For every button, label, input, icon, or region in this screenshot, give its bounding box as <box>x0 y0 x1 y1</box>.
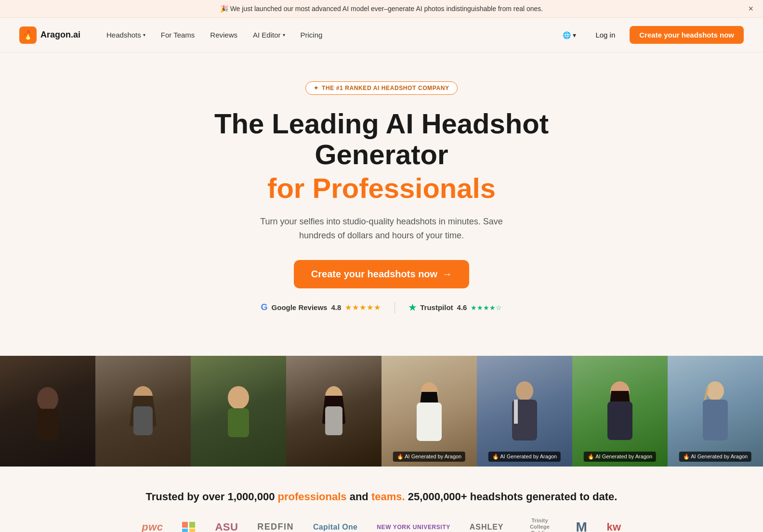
trustpilot-stars: ★★★★☆ <box>471 304 502 311</box>
hero-subtitle: Turn your selfies into studio-quality he… <box>247 215 516 243</box>
announcement-banner: 🎉 We just launched our most advanced AI … <box>0 0 763 18</box>
gallery-item-2 <box>95 356 191 467</box>
gallery-item-6: 🔥 AI Generated by Aragon <box>477 356 572 467</box>
hero-title-line1: The Leading AI Headshot Generator <box>174 108 589 170</box>
badge-text: THE #1 RANKED AI HEADSHOT COMPANY <box>322 85 449 91</box>
person-silhouette-1 <box>28 382 67 440</box>
trusted-and: and <box>347 491 371 503</box>
reviews-row: G Google Reviews 4.8 ★★★★★ ★ Trustpilot … <box>174 302 589 313</box>
trusted-suffix: 25,000,000+ headshots generated to date. <box>405 491 618 503</box>
svg-point-4 <box>228 386 249 409</box>
ai-badge-7: 🔥 AI Generated by Aragon <box>584 452 656 462</box>
person-silhouette-6 <box>505 377 544 445</box>
ai-editor-chevron-icon: ▾ <box>283 32 285 38</box>
svg-point-0 <box>37 387 58 411</box>
person-silhouette-5 <box>410 377 448 445</box>
trustpilot-review: ★ Trustpilot 4.6 ★★★★☆ <box>408 302 502 313</box>
logo-icon: 🔥 <box>19 26 37 44</box>
person-silhouette-7 <box>601 377 639 445</box>
photo-gallery: 🔥 AI Generated by Aragon 🔥 AI Generated … <box>0 356 763 467</box>
nav-headshots[interactable]: Headshots ▾ <box>100 27 152 43</box>
brand-kw: kw <box>606 521 621 532</box>
trusted-prefix: Trusted by over 1,000,000 <box>146 491 278 503</box>
professionals-highlight: Professionals <box>313 172 496 204</box>
google-review: G Google Reviews 4.8 ★★★★★ <box>261 302 382 312</box>
svg-point-15 <box>707 381 724 401</box>
brand-capitalone: Capital One <box>313 523 357 532</box>
nav-right: 🌐 ▾ Log in Create your headshots now <box>558 26 744 44</box>
ai-badge-8: 🔥 AI Generated by Aragon <box>679 452 751 462</box>
brand-trinity: Trinity College Dublin <box>523 518 557 532</box>
gallery-item-7: 🔥 AI Generated by Aragon <box>572 356 668 467</box>
brand-asu: ASU <box>215 521 238 532</box>
navbar: 🔥 Aragon.ai Headshots ▾ For Teams Review… <box>0 18 763 52</box>
svg-rect-3 <box>133 406 153 435</box>
ai-badge-6: 🔥 AI Generated by Aragon <box>488 452 561 462</box>
person-silhouette-2 <box>124 382 162 440</box>
gallery-item-1 <box>0 356 95 467</box>
gallery-item-4 <box>286 356 382 467</box>
nav-reviews[interactable]: Reviews <box>203 27 244 43</box>
hero-cta-button[interactable]: Create your headshots now → <box>294 260 469 288</box>
nav-links: Headshots ▾ For Teams Reviews AI Editor … <box>100 27 558 43</box>
trustpilot-logo-icon: ★ <box>408 302 416 313</box>
ranking-badge: ✦ THE #1 RANKED AI HEADSHOT COMPANY <box>305 81 457 95</box>
svg-rect-1 <box>37 409 58 440</box>
svg-rect-7 <box>325 406 342 435</box>
person-silhouette-3 <box>219 382 258 440</box>
brand-nyu: NEW YORK UNIVERSITY <box>377 524 450 531</box>
badge-icon: ✦ <box>314 85 319 91</box>
nav-cta-button[interactable]: Create your headshots now <box>630 26 744 44</box>
hero-cta-label: Create your headshots now <box>311 269 437 280</box>
logo-link[interactable]: 🔥 Aragon.ai <box>19 26 80 44</box>
trusted-professionals: professionals <box>278 491 347 503</box>
gallery-item-3 <box>191 356 286 467</box>
globe-chevron-icon: ▾ <box>573 31 576 39</box>
hero-cta-arrow-icon: → <box>442 269 452 280</box>
login-button[interactable]: Log in <box>587 27 624 43</box>
brand-redfin: REDFIN <box>257 522 294 532</box>
trusted-section: Trusted by over 1,000,000 professionals … <box>0 467 763 532</box>
brand-microsoft <box>182 520 196 532</box>
brand-ashley: ASHLEY <box>470 523 504 532</box>
trustpilot-name: Trustpilot <box>420 303 453 311</box>
gallery-item-8: 🔥 AI Generated by Aragon <box>668 356 763 467</box>
ai-badge-5: 🔥 AI Generated by Aragon <box>393 452 465 462</box>
google-review-name: Google Reviews <box>272 303 328 311</box>
trustpilot-score: 4.6 <box>457 303 467 311</box>
google-stars: ★★★★★ <box>345 303 381 312</box>
for-prefix: for <box>267 172 312 204</box>
google-logo-icon: G <box>261 302 268 312</box>
announcement-text: 🎉 We just launched our most advanced AI … <box>220 5 543 13</box>
nav-for-teams[interactable]: For Teams <box>154 27 202 43</box>
google-review-score: 4.8 <box>331 303 341 311</box>
headshots-chevron-icon: ▾ <box>143 32 145 38</box>
nav-ai-editor[interactable]: AI Editor ▾ <box>246 27 292 43</box>
gallery-item-5: 🔥 AI Generated by Aragon <box>382 356 477 467</box>
brand-logos: pwc ASU REDFIN Capital One NEW YORK UNIV… <box>19 518 744 532</box>
review-divider <box>395 302 395 313</box>
svg-rect-5 <box>228 408 249 437</box>
person-silhouette-4 <box>315 382 353 440</box>
person-silhouette-8 <box>696 377 735 445</box>
svg-rect-12 <box>514 400 518 424</box>
brand-pwc: pwc <box>142 521 163 532</box>
globe-icon: 🌐 <box>563 31 571 39</box>
brand-michigan: M <box>576 519 588 532</box>
trusted-teams: teams. <box>371 491 405 503</box>
svg-rect-14 <box>607 402 632 440</box>
banner-close-button[interactable]: × <box>748 4 753 14</box>
hero-section: ✦ THE #1 RANKED AI HEADSHOT COMPANY The … <box>165 52 598 356</box>
svg-rect-16 <box>703 400 728 441</box>
logo-text: Aragon.ai <box>40 30 80 40</box>
language-selector[interactable]: 🌐 ▾ <box>558 28 581 42</box>
svg-point-10 <box>516 381 533 401</box>
trusted-title: Trusted by over 1,000,000 professionals … <box>19 491 744 503</box>
hero-title-line2: for Professionals <box>174 173 589 204</box>
svg-rect-9 <box>417 402 442 441</box>
nav-pricing[interactable]: Pricing <box>294 27 329 43</box>
